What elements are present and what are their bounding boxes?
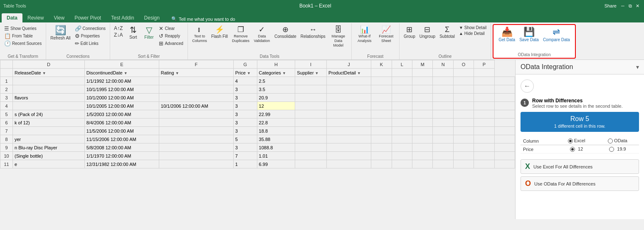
filter-button[interactable]: ▽ Filter xyxy=(141,25,156,41)
field-header-discontinueddate[interactable]: DiscontinuedDate ▼ xyxy=(84,69,159,77)
cell-releasedate[interactable]: 11/5/2006 12:00:00 AM xyxy=(84,127,159,135)
cell-releasedate[interactable]: 10/1/2005 12:00:00 AM xyxy=(84,102,159,110)
table-row[interactable]: 210/1/1995 12:00:00 AM33.5 xyxy=(0,85,515,94)
cell-categories[interactable] xyxy=(295,110,327,119)
hide-detail-button[interactable]: ▲ Hide Detail xyxy=(457,31,488,36)
cell-l[interactable] xyxy=(412,119,433,127)
cell-k[interactable] xyxy=(392,127,412,135)
back-button[interactable]: ← xyxy=(521,79,534,93)
odata-radio-header[interactable] xyxy=(608,138,613,143)
cell-releasedate[interactable]: 11/15/2006 12:00:00 AM xyxy=(84,135,159,143)
cell-productdetail[interactable] xyxy=(371,110,392,119)
cell-name[interactable]: n Blu-ray Disc Player xyxy=(13,143,85,152)
price-odata-radio[interactable] xyxy=(609,147,614,152)
cell-productdetail[interactable] xyxy=(371,102,392,110)
cell-releasedate[interactable]: 1/5/2003 12:00:00 AM xyxy=(84,110,159,119)
edit-links-button[interactable]: ✏ Edit Links xyxy=(73,40,108,47)
price-excel-radio[interactable] xyxy=(570,147,575,152)
table-row[interactable]: 8yer11/15/2006 12:00:00 AM535.88 xyxy=(0,135,515,143)
cell-discontinueddate[interactable]: 10/1/2006 12:00:00 AM xyxy=(159,102,233,110)
cell-name[interactable] xyxy=(13,127,85,135)
cell-discontinueddate[interactable] xyxy=(159,127,233,135)
data-validation-button[interactable]: ✓ Data Validation xyxy=(252,25,272,44)
cell-releasedate[interactable]: 5/8/2008 12:00:00 AM xyxy=(84,143,159,152)
cell-l[interactable] xyxy=(412,102,433,110)
cell-l[interactable] xyxy=(412,160,433,168)
odata-panel-close-icon[interactable]: ▾ xyxy=(636,64,639,70)
cell-price[interactable]: 20.9 xyxy=(257,94,295,102)
cell-discontinueddate[interactable] xyxy=(159,152,233,160)
cell-releasedate[interactable]: 10/1/1995 12:00:00 AM xyxy=(84,85,159,94)
cell-releasedate[interactable]: 12/31/1982 12:00:00 AM xyxy=(84,160,159,168)
cell-n[interactable] xyxy=(453,160,474,168)
cell-categories[interactable] xyxy=(295,94,327,102)
cell-k[interactable] xyxy=(392,77,412,85)
cell-o[interactable] xyxy=(474,85,494,94)
cell-o[interactable] xyxy=(474,160,494,168)
cell-o[interactable] xyxy=(474,152,494,160)
cell-releasedate[interactable]: 1/1/1970 12:00:00 AM xyxy=(84,152,159,160)
cell-k[interactable] xyxy=(392,135,412,143)
col-header-p[interactable]: P xyxy=(474,60,494,69)
cell-p[interactable] xyxy=(494,77,515,85)
cell-rating[interactable]: 5 xyxy=(233,135,257,143)
cell-k[interactable] xyxy=(392,160,412,168)
cell-price[interactable]: 18.8 xyxy=(257,127,295,135)
cell-name[interactable]: s (Pack of 24) xyxy=(13,110,85,119)
cell-price[interactable]: 1088.8 xyxy=(257,143,295,152)
cell-rating[interactable]: 3 xyxy=(233,143,257,152)
cell-p[interactable] xyxy=(494,127,515,135)
filter-icon-price[interactable]: ▼ xyxy=(247,71,251,75)
cell-p[interactable] xyxy=(494,110,515,119)
sort-button[interactable]: ⇅ Sort xyxy=(126,25,141,41)
cell-categories[interactable] xyxy=(295,127,327,135)
cell-m[interactable] xyxy=(433,160,453,168)
use-excel-button[interactable]: X Use Excel For All Differences xyxy=(521,159,639,174)
col-header-i[interactable]: I xyxy=(295,60,327,69)
connections-button[interactable]: 🔗 Connections xyxy=(73,25,108,32)
cell-price[interactable]: 22.99 xyxy=(257,110,295,119)
cell-releasedate[interactable]: 8/4/2006 12:00:00 AM xyxy=(84,119,159,127)
cell-categories[interactable] xyxy=(295,135,327,143)
cell-rating[interactable]: 3 xyxy=(233,127,257,135)
cell-rating[interactable]: 3 xyxy=(233,85,257,94)
table-row[interactable]: 6k of 12)8/4/2006 12:00:00 AM322.8 xyxy=(0,119,515,127)
cell-price[interactable]: 3.5 xyxy=(257,85,295,94)
cell-supplier[interactable] xyxy=(326,135,371,143)
filter-icon-releasedate[interactable]: ▼ xyxy=(42,71,46,75)
cell-n[interactable] xyxy=(453,102,474,110)
cell-p[interactable] xyxy=(494,160,515,168)
cell-k[interactable] xyxy=(392,119,412,127)
filter-icon-rating[interactable]: ▼ xyxy=(175,71,179,75)
text-to-columns-button[interactable]: ⫾ Text to Columns xyxy=(190,25,209,44)
manage-data-model-button[interactable]: 🗄 Manage Data Model xyxy=(328,25,349,48)
cell-o[interactable] xyxy=(474,135,494,143)
cell-price[interactable]: 1.01 xyxy=(257,152,295,160)
cell-l[interactable] xyxy=(412,94,433,102)
refresh-all-button[interactable]: 🔄 Refresh All xyxy=(49,25,72,42)
use-odata-button[interactable]: O Use OData For All Differences xyxy=(521,176,639,191)
cell-supplier[interactable] xyxy=(326,160,371,168)
recent-sources-button[interactable]: 🕐 Recent Sources xyxy=(2,40,43,47)
cell-name[interactable] xyxy=(13,102,85,110)
cell-discontinueddate[interactable] xyxy=(159,119,233,127)
cell-releasedate[interactable]: 10/1/2000 12:00:00 AM xyxy=(84,94,159,102)
filter-icon-discontinued[interactable]: ▼ xyxy=(124,71,128,75)
cell-price[interactable]: 12 xyxy=(257,102,295,110)
cell-l[interactable] xyxy=(412,143,433,152)
cell-productdetail[interactable] xyxy=(371,94,392,102)
col-header-j[interactable]: J xyxy=(326,60,371,69)
field-header-rating[interactable]: Rating ▼ xyxy=(159,69,233,77)
properties-button[interactable]: ⚙ Properties xyxy=(73,32,108,40)
cell-n[interactable] xyxy=(453,127,474,135)
cell-supplier[interactable] xyxy=(326,152,371,160)
cell-name[interactable]: (Single bottle) xyxy=(13,152,85,160)
show-detail-button[interactable]: ▼ Show Detail xyxy=(457,25,488,30)
clear-button[interactable]: ✕ Clear xyxy=(157,25,185,32)
cell-o[interactable] xyxy=(474,110,494,119)
cell-productdetail[interactable] xyxy=(371,85,392,94)
cell-supplier[interactable] xyxy=(326,127,371,135)
cell-p[interactable] xyxy=(494,94,515,102)
cell-productdetail[interactable] xyxy=(371,127,392,135)
cell-l[interactable] xyxy=(412,85,433,94)
